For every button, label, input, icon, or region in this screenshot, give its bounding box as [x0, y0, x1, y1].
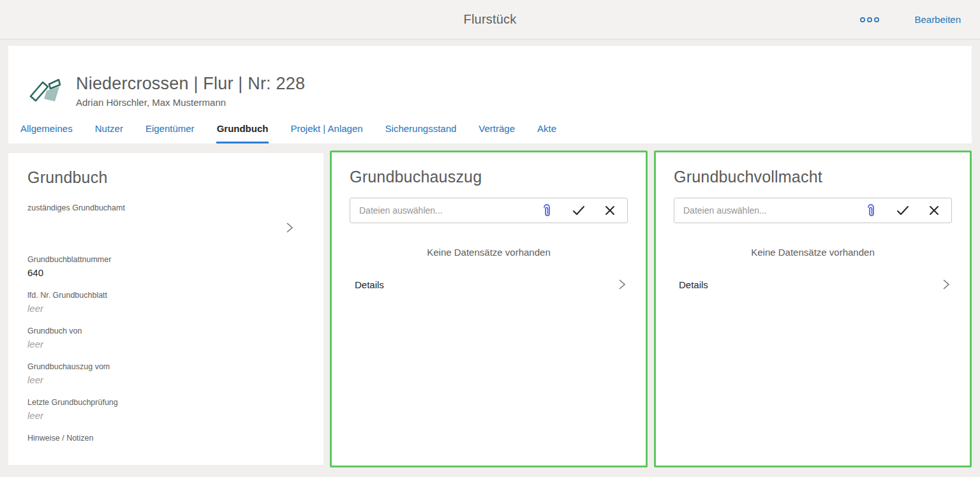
details-label: Details — [679, 279, 708, 290]
file-select-input[interactable] — [674, 198, 863, 223]
field-value[interactable]: leer — [27, 303, 304, 314]
tab-content: Grundbuch zuständiges Grundbuchamt Grund… — [8, 150, 972, 467]
tab-projekt-anlagen[interactable]: Projekt | Anlagen — [290, 119, 363, 143]
field-value[interactable]: leer — [27, 410, 304, 422]
record-subtitle: Adrian Hörschler, Max Mustermann — [76, 97, 305, 108]
chevron-right-icon — [285, 221, 294, 235]
field-label: lfd. Nr. Grundbuchblatt — [27, 291, 304, 300]
tab-vertraege[interactable]: Verträge — [478, 119, 516, 143]
empty-records-message: Keine Datensätze vorhanden — [350, 247, 628, 258]
record-header-text: Niedercrossen | Flur | Nr: 228 Adrian Hö… — [76, 74, 305, 108]
tab-allgemeines[interactable]: Allgemeines — [20, 119, 73, 143]
file-picker — [674, 198, 952, 223]
file-actions — [863, 202, 941, 219]
confirm-upload-button[interactable] — [570, 203, 587, 217]
field-grundbuchauszug-vom: Grundbuchauszug vom leer — [27, 362, 304, 386]
tab-nutzer[interactable]: Nutzer — [94, 119, 124, 143]
file-picker — [350, 198, 628, 223]
checkmark-icon — [572, 205, 586, 216]
field-grundbuch-von: Grundbuch von leer — [27, 327, 304, 350]
field-value[interactable]: 640 — [27, 267, 304, 279]
parcel-icon — [26, 73, 62, 109]
paperclip-icon — [540, 203, 553, 218]
field-label: Grundbuchblattnummer — [27, 255, 304, 264]
page-title: Flurstück — [0, 12, 980, 27]
confirm-upload-button[interactable] — [895, 203, 911, 217]
field-value[interactable]: leer — [27, 339, 304, 350]
field-zustaendiges-grundbuchamt: zuständiges Grundbuchamt — [27, 203, 304, 243]
grundbuch-section: Grundbuch zuständiges Grundbuchamt Grund… — [8, 153, 323, 465]
record-header: Niedercrossen | Flur | Nr: 228 Adrian Hö… — [8, 46, 972, 119]
paperclip-icon — [865, 203, 877, 218]
record-header-card: Niedercrossen | Flur | Nr: 228 Adrian Hö… — [8, 46, 972, 143]
details-label: Details — [355, 279, 384, 290]
section-title-grundbuchvollmacht: Grundbuchvollmacht — [674, 168, 952, 186]
section-title-grundbuchauszug: Grundbuchauszug — [350, 168, 628, 186]
field-label: Letzte Grundbuchprüfung — [27, 398, 304, 407]
lookup-value-area[interactable] — [27, 212, 304, 243]
file-actions — [539, 202, 617, 219]
tab-bar: Allgemeines Nutzer Eigentümer Grundbuch … — [8, 119, 972, 143]
field-lfd-nr-grundbuchblatt: lfd. Nr. Grundbuchblatt leer — [27, 291, 304, 314]
grundbuchvollmacht-section: Grundbuchvollmacht — [654, 150, 972, 467]
details-link[interactable]: Details — [350, 277, 628, 292]
section-title-grundbuch: Grundbuch — [27, 168, 304, 187]
field-letzte-grundbuchpruefung: Letzte Grundbuchprüfung leer — [27, 398, 304, 422]
field-label: zuständiges Grundbuchamt — [27, 203, 304, 212]
tab-akte[interactable]: Akte — [537, 119, 557, 143]
attach-file-button[interactable] — [539, 202, 554, 219]
record-title: Niedercrossen | Flur | Nr: 228 — [76, 74, 305, 94]
field-value[interactable] — [27, 446, 304, 457]
empty-records-message: Keine Datensätze vorhanden — [674, 247, 952, 258]
main-content: Niedercrossen | Flur | Nr: 228 Adrian Hö… — [0, 46, 980, 467]
chevron-right-icon — [941, 277, 951, 292]
tab-grundbuch[interactable]: Grundbuch — [216, 119, 269, 143]
checkmark-icon — [896, 205, 910, 216]
field-label: Grundbuch von — [27, 327, 304, 335]
cancel-upload-button[interactable] — [927, 203, 941, 217]
field-grundbuchblattnummer: Grundbuchblattnummer 640 — [27, 255, 304, 279]
top-command-bar: Flurstück Bearbeiten — [0, 0, 980, 40]
attach-file-button[interactable] — [863, 202, 879, 219]
field-value[interactable]: leer — [27, 374, 304, 386]
field-label: Hinweise / Notizen — [27, 434, 304, 443]
grundbuchauszug-section: Grundbuchauszug — [330, 150, 648, 467]
field-label: Grundbuchauszug vom — [27, 362, 304, 371]
file-select-input[interactable] — [350, 198, 539, 223]
close-icon — [928, 205, 940, 216]
details-link[interactable]: Details — [674, 277, 952, 292]
tab-eigentuemer[interactable]: Eigentümer — [145, 119, 195, 143]
tab-sicherungsstand[interactable]: Sicherungsstand — [385, 119, 457, 143]
close-icon — [604, 205, 616, 216]
cancel-upload-button[interactable] — [603, 203, 617, 217]
chevron-right-icon — [617, 277, 627, 292]
field-hinweise-notizen: Hinweise / Notizen — [27, 434, 304, 457]
